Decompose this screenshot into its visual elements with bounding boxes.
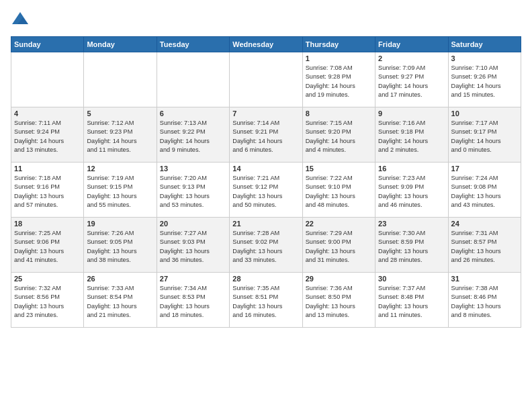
day-number: 23 (378, 220, 445, 228)
header-row: SundayMondayTuesdayWednesdayThursdayFrid… (11, 37, 521, 52)
week-row: 25Sunrise: 7:32 AMSunset: 8:56 PMDayligh… (11, 273, 521, 328)
day-number: 4 (14, 109, 81, 118)
day-detail: Sunrise: 7:25 AMSunset: 9:06 PMDaylight:… (14, 229, 81, 265)
calendar-cell: 15Sunrise: 7:22 AMSunset: 9:10 PMDayligh… (302, 163, 375, 218)
day-number: 31 (451, 275, 518, 283)
calendar-cell: 11Sunrise: 7:18 AMSunset: 9:16 PMDayligh… (11, 163, 84, 218)
calendar-cell: 14Sunrise: 7:21 AMSunset: 9:12 PMDayligh… (230, 163, 302, 218)
day-detail: Sunrise: 7:26 AMSunset: 9:05 PMDaylight:… (87, 229, 153, 265)
day-number: 21 (232, 220, 299, 228)
day-number: 6 (160, 109, 226, 118)
day-detail: Sunrise: 7:22 AMSunset: 9:10 PMDaylight:… (306, 174, 372, 210)
day-number: 27 (160, 275, 226, 283)
day-number: 25 (14, 275, 81, 283)
calendar-cell: 13Sunrise: 7:20 AMSunset: 9:13 PMDayligh… (157, 163, 229, 218)
day-detail: Sunrise: 7:29 AMSunset: 9:00 PMDaylight:… (306, 229, 372, 265)
day-number: 3 (451, 54, 518, 62)
calendar-cell: 22Sunrise: 7:29 AMSunset: 9:00 PMDayligh… (302, 218, 375, 273)
calendar-cell: 4Sunrise: 7:11 AMSunset: 9:24 PMDaylight… (11, 107, 84, 163)
day-number: 26 (87, 275, 153, 283)
day-detail: Sunrise: 7:33 AMSunset: 8:54 PMDaylight:… (87, 284, 153, 320)
day-detail: Sunrise: 7:31 AMSunset: 8:57 PMDaylight:… (451, 229, 518, 265)
day-number: 5 (87, 109, 153, 118)
header-day-sunday: Sunday (11, 37, 84, 52)
day-number: 29 (306, 275, 372, 283)
day-detail: Sunrise: 7:34 AMSunset: 8:53 PMDaylight:… (160, 284, 226, 320)
calendar-cell (84, 52, 157, 107)
week-row: 1Sunrise: 7:08 AMSunset: 9:28 PMDaylight… (11, 52, 521, 107)
day-number: 14 (232, 165, 299, 173)
header-day-wednesday: Wednesday (230, 37, 302, 52)
day-number: 15 (306, 165, 372, 173)
week-row: 11Sunrise: 7:18 AMSunset: 9:16 PMDayligh… (11, 163, 521, 218)
calendar-cell: 16Sunrise: 7:23 AMSunset: 9:09 PMDayligh… (375, 163, 448, 218)
day-detail: Sunrise: 7:23 AMSunset: 9:09 PMDaylight:… (378, 174, 445, 210)
logo-icon (11, 11, 30, 30)
day-number: 16 (378, 165, 445, 173)
calendar-cell: 6Sunrise: 7:13 AMSunset: 9:22 PMDaylight… (157, 107, 229, 163)
day-detail: Sunrise: 7:30 AMSunset: 8:59 PMDaylight:… (378, 229, 445, 265)
day-number: 9 (378, 109, 445, 118)
day-detail: Sunrise: 7:20 AMSunset: 9:13 PMDaylight:… (160, 174, 226, 210)
calendar-cell: 31Sunrise: 7:38 AMSunset: 8:46 PMDayligh… (448, 273, 521, 328)
calendar-cell: 8Sunrise: 7:15 AMSunset: 9:20 PMDaylight… (302, 107, 375, 163)
day-detail: Sunrise: 7:19 AMSunset: 9:15 PMDaylight:… (87, 174, 153, 210)
day-detail: Sunrise: 7:37 AMSunset: 8:48 PMDaylight:… (378, 284, 445, 320)
calendar-cell: 18Sunrise: 7:25 AMSunset: 9:06 PMDayligh… (11, 218, 84, 273)
day-number: 18 (14, 220, 81, 228)
calendar-cell: 29Sunrise: 7:36 AMSunset: 8:50 PMDayligh… (302, 273, 375, 328)
calendar-cell: 10Sunrise: 7:17 AMSunset: 9:17 PMDayligh… (448, 107, 521, 163)
day-detail: Sunrise: 7:16 AMSunset: 9:18 PMDaylight:… (378, 119, 445, 154)
calendar-cell: 26Sunrise: 7:33 AMSunset: 8:54 PMDayligh… (84, 273, 157, 328)
calendar-header: SundayMondayTuesdayWednesdayThursdayFrid… (11, 37, 521, 52)
day-number: 13 (160, 165, 226, 173)
calendar-cell: 9Sunrise: 7:16 AMSunset: 9:18 PMDaylight… (375, 107, 448, 163)
day-number: 19 (87, 220, 153, 228)
day-number: 1 (306, 54, 372, 62)
day-number: 8 (306, 109, 372, 118)
calendar-cell (230, 52, 302, 107)
day-detail: Sunrise: 7:32 AMSunset: 8:56 PMDaylight:… (14, 284, 81, 320)
calendar-body: 1Sunrise: 7:08 AMSunset: 9:28 PMDaylight… (11, 52, 521, 328)
page: SundayMondayTuesdayWednesdayThursdayFrid… (0, 0, 532, 411)
day-number: 2 (378, 54, 445, 62)
day-detail: Sunrise: 7:15 AMSunset: 9:20 PMDaylight:… (306, 119, 372, 154)
calendar-cell: 12Sunrise: 7:19 AMSunset: 9:15 PMDayligh… (84, 163, 157, 218)
header (11, 11, 521, 30)
day-number: 28 (232, 275, 299, 283)
calendar-cell (11, 52, 84, 107)
calendar-cell: 3Sunrise: 7:10 AMSunset: 9:26 PMDaylight… (448, 52, 521, 107)
header-day-tuesday: Tuesday (157, 37, 229, 52)
day-detail: Sunrise: 7:38 AMSunset: 8:46 PMDaylight:… (451, 284, 518, 320)
day-detail: Sunrise: 7:09 AMSunset: 9:27 PMDaylight:… (378, 64, 445, 99)
day-detail: Sunrise: 7:35 AMSunset: 8:51 PMDaylight:… (232, 284, 299, 320)
header-day-monday: Monday (84, 37, 157, 52)
day-number: 30 (378, 275, 445, 283)
calendar-cell: 7Sunrise: 7:14 AMSunset: 9:21 PMDaylight… (230, 107, 302, 163)
calendar-cell: 25Sunrise: 7:32 AMSunset: 8:56 PMDayligh… (11, 273, 84, 328)
day-detail: Sunrise: 7:08 AMSunset: 9:28 PMDaylight:… (306, 64, 372, 99)
calendar-cell: 21Sunrise: 7:28 AMSunset: 9:02 PMDayligh… (230, 218, 302, 273)
day-detail: Sunrise: 7:24 AMSunset: 9:08 PMDaylight:… (451, 174, 518, 210)
week-row: 18Sunrise: 7:25 AMSunset: 9:06 PMDayligh… (11, 218, 521, 273)
calendar-cell: 2Sunrise: 7:09 AMSunset: 9:27 PMDaylight… (375, 52, 448, 107)
calendar-cell: 5Sunrise: 7:12 AMSunset: 9:23 PMDaylight… (84, 107, 157, 163)
calendar-cell: 1Sunrise: 7:08 AMSunset: 9:28 PMDaylight… (302, 52, 375, 107)
day-number: 22 (306, 220, 372, 228)
day-detail: Sunrise: 7:21 AMSunset: 9:12 PMDaylight:… (232, 174, 299, 210)
logo (11, 11, 32, 30)
day-number: 12 (87, 165, 153, 173)
calendar-cell: 27Sunrise: 7:34 AMSunset: 8:53 PMDayligh… (157, 273, 229, 328)
calendar-cell: 24Sunrise: 7:31 AMSunset: 8:57 PMDayligh… (448, 218, 521, 273)
day-detail: Sunrise: 7:28 AMSunset: 9:02 PMDaylight:… (232, 229, 299, 265)
day-detail: Sunrise: 7:14 AMSunset: 9:21 PMDaylight:… (232, 119, 299, 154)
header-day-friday: Friday (375, 37, 448, 52)
day-number: 20 (160, 220, 226, 228)
day-detail: Sunrise: 7:12 AMSunset: 9:23 PMDaylight:… (87, 119, 153, 154)
day-number: 17 (451, 165, 518, 173)
calendar-cell: 30Sunrise: 7:37 AMSunset: 8:48 PMDayligh… (375, 273, 448, 328)
calendar-cell: 28Sunrise: 7:35 AMSunset: 8:51 PMDayligh… (230, 273, 302, 328)
header-day-thursday: Thursday (302, 37, 375, 52)
day-detail: Sunrise: 7:18 AMSunset: 9:16 PMDaylight:… (14, 174, 81, 210)
calendar-table: SundayMondayTuesdayWednesdayThursdayFrid… (11, 36, 521, 328)
